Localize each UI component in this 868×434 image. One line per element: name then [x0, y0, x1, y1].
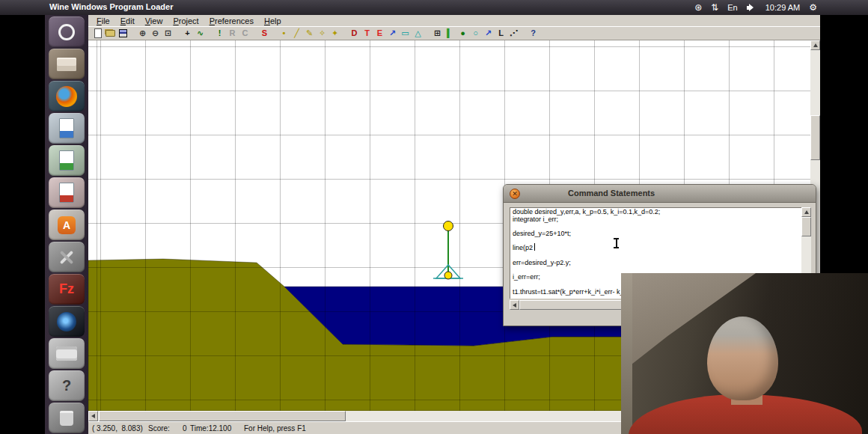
sync-arrows-icon[interactable]: ⇅ — [711, 0, 718, 15]
launcher-item-libreoffice-calc[interactable] — [49, 145, 85, 176]
launcher-item-software-center[interactable]: A — [49, 210, 85, 240]
file-manager-icon — [57, 58, 76, 71]
launcher-item-trash[interactable] — [49, 403, 85, 433]
command-scroll-left-button[interactable] — [510, 300, 519, 310]
scanner-icon — [56, 346, 77, 361]
launcher-item-filezilla[interactable]: Fz — [49, 274, 85, 305]
menu-preferences[interactable]: Preferences — [204, 16, 259, 25]
menu-bar: FileEditViewProjectPreferencesHelp — [88, 15, 820, 26]
code-line: line(p2 — [513, 245, 801, 252]
scroll-left-button[interactable] — [88, 411, 98, 421]
circle-body-button[interactable]: ● — [456, 27, 469, 39]
reset-button[interactable]: R — [226, 27, 239, 39]
window-title: Wine Windows Program Loader — [49, 2, 173, 11]
spring-tool-button[interactable]: ∿ — [194, 27, 207, 39]
rectangle-tool-button[interactable]: ▭ — [399, 27, 412, 39]
open-button-icon — [106, 30, 115, 37]
libreoffice-impress-icon — [59, 183, 74, 203]
menu-project[interactable]: Project — [168, 16, 204, 25]
media-player-icon — [57, 312, 76, 331]
launcher: AFz? — [45, 15, 88, 434]
launcher-item-libreoffice-writer[interactable] — [49, 113, 85, 144]
point-tool-button[interactable]: • — [278, 27, 290, 39]
grid-snap-button[interactable]: ⊞ — [431, 27, 444, 39]
run-button[interactable]: ! — [213, 27, 226, 39]
session-gear-icon[interactable]: ⚙ — [809, 0, 817, 15]
launcher-item-firefox[interactable] — [49, 81, 85, 111]
screen: Wine Windows Program Loader ⊛ ⇅ En 10:29… — [0, 0, 868, 434]
help-hint: For Help, press F1 — [244, 424, 306, 433]
menu-edit[interactable]: Edit — [115, 16, 140, 25]
command-scroll-up-button[interactable] — [801, 207, 811, 217]
open-button[interactable] — [104, 27, 117, 39]
left-arrow-icon — [513, 303, 516, 308]
code-line: desired_y=25+10*t; — [513, 230, 801, 238]
meter-button[interactable]: ▍ — [444, 27, 456, 39]
menu-file[interactable]: File — [91, 16, 115, 25]
score-label: Score: — [148, 424, 170, 433]
help-button[interactable]: ? — [527, 27, 540, 39]
launcher-item-system-settings[interactable] — [49, 242, 85, 272]
damper-tool-button[interactable]: D — [348, 27, 361, 39]
launcher-item-scanner[interactable] — [49, 338, 85, 369]
curve-tool-button[interactable]: ⋰ — [507, 27, 520, 39]
launcher-item-unknown-app[interactable]: ? — [49, 370, 85, 401]
ball[interactable] — [444, 221, 453, 231]
filezilla-icon: Fz — [59, 281, 74, 297]
command-window-titlebar[interactable]: ✕ Command Statements — [504, 185, 816, 203]
polygon-tool-button[interactable]: ✧ — [316, 27, 328, 39]
menu-view[interactable]: View — [140, 16, 168, 25]
new-button[interactable] — [91, 27, 104, 39]
system-settings-icon — [57, 248, 76, 267]
launcher-item-file-manager[interactable] — [49, 49, 85, 79]
stop-button[interactable]: S — [258, 27, 271, 39]
pin-tool-button[interactable]: ✦ — [328, 27, 341, 39]
up-arrow-icon — [813, 43, 818, 47]
element-tool-button[interactable]: E — [373, 27, 386, 39]
boat-point[interactable] — [444, 272, 452, 279]
unknown-app-icon: ? — [62, 377, 71, 394]
menu-help[interactable]: Help — [259, 16, 287, 25]
scroll-up-button[interactable] — [810, 40, 820, 50]
clock[interactable]: 10:29 AM — [765, 3, 800, 12]
horizontal-scroll-thumb[interactable] — [99, 411, 346, 421]
trash-icon — [60, 411, 73, 426]
software-center-icon: A — [58, 216, 76, 234]
coordinates-readout: ( 3.250, 8.083) — [92, 424, 143, 433]
launcher-item-libreoffice-impress[interactable] — [49, 177, 85, 208]
force-tool-button[interactable]: ↗ — [482, 27, 495, 39]
volume-icon[interactable] — [747, 3, 757, 12]
anchor-tool-button[interactable]: + — [181, 27, 194, 39]
close-button[interactable]: ✕ — [510, 189, 520, 199]
new-button-icon — [94, 28, 102, 38]
zoom-in-button[interactable]: ⊕ — [136, 27, 149, 39]
code-line: integrator i_err; — [513, 216, 801, 224]
save-button-icon — [119, 29, 127, 37]
zoom-out-button[interactable]: ⊖ — [149, 27, 162, 39]
triangle-tool-button[interactable]: △ — [412, 27, 424, 39]
pen-tool-button[interactable]: ✎ — [303, 27, 316, 39]
vector-tool-button[interactable]: ↗ — [386, 27, 399, 39]
clear-button[interactable]: C — [239, 27, 251, 39]
indicator-area: ⊛ ⇅ En 10:29 AM ⚙ — [694, 0, 868, 15]
dash-home-icon — [58, 24, 75, 40]
launcher-item-media-player[interactable] — [49, 306, 85, 337]
vertical-scroll-thumb[interactable] — [810, 115, 820, 160]
left-arrow-icon — [91, 414, 95, 418]
top-panel: Wine Windows Program Loader ⊛ ⇅ En 10:29… — [0, 0, 868, 15]
keyboard-layout-indicator[interactable]: En — [727, 3, 737, 12]
score-value: 0 — [183, 424, 187, 433]
text-cursor-icon — [614, 238, 619, 248]
indicator-icon[interactable]: ⊛ — [694, 0, 702, 15]
save-button[interactable] — [117, 27, 129, 39]
line-tool-button[interactable]: ╱ — [290, 27, 303, 39]
person-head — [707, 317, 778, 400]
launcher-item-dash-home[interactable] — [49, 16, 85, 47]
thruster-tool-button[interactable]: T — [361, 27, 373, 39]
webcam-overlay — [621, 273, 868, 434]
zoom-extents-button[interactable]: ⊡ — [162, 27, 174, 39]
webcam-doorframe — [621, 273, 632, 434]
length-tool-button[interactable]: L — [495, 27, 507, 39]
circle-tool-button[interactable]: ○ — [469, 27, 482, 39]
command-vertical-thumb[interactable] — [801, 217, 811, 236]
